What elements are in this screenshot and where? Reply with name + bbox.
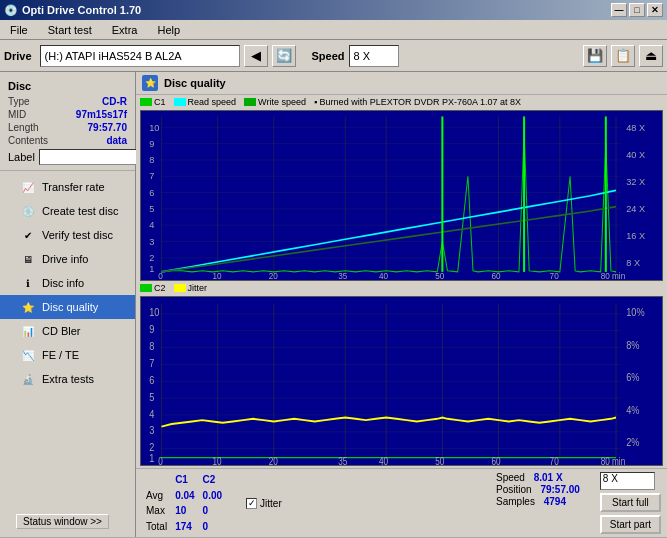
speed-select[interactable]: 8 X [600, 472, 655, 490]
nav-drive-info[interactable]: 🖥 Drive info [0, 247, 135, 271]
svg-text:60: 60 [491, 456, 500, 465]
drive-label: Drive [4, 50, 32, 62]
extra-tests-icon: 🔬 [20, 371, 36, 387]
svg-text:70: 70 [550, 271, 559, 279]
disc-label-label: Label [8, 151, 35, 163]
svg-text:40 X: 40 X [626, 148, 646, 159]
jitter-legend-label: Jitter [188, 283, 208, 293]
disc-info-icon: ℹ [20, 275, 36, 291]
menu-start-test[interactable]: Start test [42, 22, 98, 38]
svg-text:8: 8 [149, 154, 154, 165]
charts-area: C1 Read speed Write speed ▪ Burned with … [136, 95, 667, 468]
disc-type-label: Type [8, 96, 30, 107]
close-button[interactable]: ✕ [647, 3, 663, 17]
menu-help[interactable]: Help [151, 22, 186, 38]
svg-text:0: 0 [158, 456, 163, 465]
nav-disc-info[interactable]: ℹ Disc info [0, 271, 135, 295]
c2-legend-label: C2 [154, 283, 166, 293]
samples-value: 4794 [544, 496, 566, 507]
svg-text:8 X: 8 X [626, 257, 640, 268]
stats-total-c1: 174 [171, 519, 198, 535]
nav-transfer-rate[interactable]: 📈 Transfer rate [0, 175, 135, 199]
jitter-checkbox[interactable]: ✓ [246, 498, 257, 509]
drive-combo[interactable]: (H:) ATAPI iHAS524 B AL2A [40, 45, 240, 67]
svg-text:5: 5 [149, 389, 154, 402]
info-button[interactable]: 📋 [611, 45, 635, 67]
svg-text:6: 6 [149, 372, 154, 385]
read-speed-legend-color [174, 98, 186, 106]
stats-avg-c2: 0.00 [199, 488, 226, 504]
speed-position-area: Speed 8.01 X Position 79:57.00 Samples 4… [496, 472, 580, 534]
nav-drive-info-label: Drive info [42, 253, 88, 265]
chart2-legend: C2 Jitter [140, 283, 663, 293]
nav-extra-tests-label: Extra tests [42, 373, 94, 385]
chart2: 10 9 8 7 6 5 4 3 2 1 10% 8% 6% 4% 2% [140, 296, 663, 467]
save-button[interactable]: 💾 [583, 45, 607, 67]
position-label: Position [496, 484, 532, 495]
drive-prev-button[interactable]: ◀ [244, 45, 268, 67]
svg-text:10: 10 [149, 305, 159, 318]
speed-stat-value: 8.01 X [534, 472, 563, 483]
svg-text:2: 2 [149, 252, 154, 263]
menu-extra[interactable]: Extra [106, 22, 144, 38]
stats-area: C1 C2 Avg 0.04 0.00 Max 10 0 Total 174 0 [136, 468, 667, 537]
svg-text:40: 40 [379, 271, 388, 279]
nav-fe-te[interactable]: 📉 FE / TE [0, 343, 135, 367]
cd-bler-icon: 📊 [20, 323, 36, 339]
svg-text:80 min: 80 min [601, 271, 626, 279]
svg-text:10: 10 [213, 456, 222, 465]
svg-text:60: 60 [491, 271, 500, 279]
status-window-button[interactable]: Status window >> [16, 514, 109, 529]
svg-text:20: 20 [269, 271, 278, 279]
menu-file[interactable]: File [4, 22, 34, 38]
burned-with-label: ▪ Burned with PLEXTOR DVDR PX-760A 1.07 … [314, 97, 521, 107]
svg-text:5: 5 [149, 203, 154, 214]
svg-text:8%: 8% [626, 337, 639, 350]
eject-button[interactable]: ⏏ [639, 45, 663, 67]
write-speed-legend-label: Write speed [258, 97, 306, 107]
disc-section-title: Disc [8, 80, 127, 92]
stats-max-label: Max [142, 503, 171, 519]
speed-stat-label: Speed [496, 472, 525, 483]
stats-max-c1: 10 [171, 503, 198, 519]
jitter-legend-color [174, 284, 186, 292]
nav-cd-bler-label: CD Bler [42, 325, 81, 337]
maximize-button[interactable]: □ [629, 3, 645, 17]
write-speed-legend-color [244, 98, 256, 106]
minimize-button[interactable]: — [611, 3, 627, 17]
svg-text:1: 1 [149, 450, 154, 463]
drive-refresh-button[interactable]: 🔄 [272, 45, 296, 67]
nav-extra-tests[interactable]: 🔬 Extra tests [0, 367, 135, 391]
speed-combo[interactable]: 8 X [349, 45, 399, 67]
svg-text:40: 40 [379, 456, 388, 465]
nav-disc-info-label: Disc info [42, 277, 84, 289]
toolbar: Drive (H:) ATAPI iHAS524 B AL2A ◀ 🔄 Spee… [0, 40, 667, 72]
create-test-disc-icon: 💿 [20, 203, 36, 219]
nav-disc-quality-label: Disc quality [42, 301, 98, 313]
start-part-button[interactable]: Start part [600, 515, 661, 534]
svg-text:35: 35 [338, 271, 347, 279]
app-icon: 💿 [4, 4, 18, 17]
c2-legend-color [140, 284, 152, 292]
fe-te-icon: 📉 [20, 347, 36, 363]
nav-cd-bler[interactable]: 📊 CD Bler [0, 319, 135, 343]
start-full-button[interactable]: Start full [600, 493, 661, 512]
svg-text:10: 10 [149, 121, 159, 132]
stats-header-empty [142, 472, 171, 488]
disc-contents-value: data [106, 135, 127, 146]
nav-create-test-disc[interactable]: 💿 Create test disc [0, 199, 135, 223]
svg-text:3: 3 [149, 235, 154, 246]
svg-text:50: 50 [435, 271, 444, 279]
chart1-legend: C1 Read speed Write speed ▪ Burned with … [140, 97, 663, 107]
svg-text:6: 6 [149, 187, 154, 198]
jitter-checkbox-area: ✓ Jitter [236, 472, 282, 534]
svg-text:80 min: 80 min [601, 456, 626, 465]
chart1: 10 9 8 7 6 5 4 3 2 1 48 X 40 X 32 X 24 X… [140, 110, 663, 281]
speed-label: Speed [312, 50, 345, 62]
svg-text:4: 4 [149, 219, 154, 230]
nav-disc-quality[interactable]: ⭐ Disc quality [0, 295, 135, 319]
svg-text:20: 20 [269, 456, 278, 465]
chart1-svg: 10 9 8 7 6 5 4 3 2 1 48 X 40 X 32 X 24 X… [141, 111, 662, 280]
svg-text:8: 8 [149, 339, 154, 352]
nav-verify-test-disc[interactable]: ✔ Verify test disc [0, 223, 135, 247]
